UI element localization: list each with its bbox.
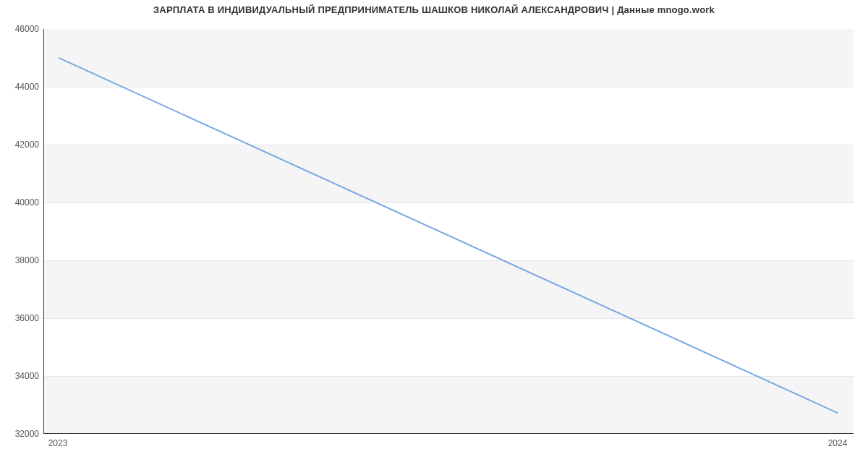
y-tick-label: 42000 [3, 140, 39, 150]
y-tick-label: 46000 [3, 24, 39, 34]
chart-title: ЗАРПЛАТА В ИНДИВИДУАЛЬНЫЙ ПРЕДПРИНИМАТЕЛ… [0, 4, 868, 15]
y-tick-label: 36000 [3, 313, 39, 323]
y-tick-label: 40000 [3, 197, 39, 208]
line-layer [44, 29, 854, 433]
y-tick-label: 44000 [3, 82, 39, 92]
x-tick-label: 2024 [828, 438, 848, 448]
y-tick-label: 38000 [3, 255, 39, 265]
plot-area [43, 29, 854, 434]
y-tick-label: 32000 [3, 429, 39, 439]
x-tick-label: 2023 [48, 438, 68, 448]
y-tick-label: 34000 [3, 371, 39, 381]
chart-container: ЗАРПЛАТА В ИНДИВИДУАЛЬНЫЙ ПРЕДПРИНИМАТЕЛ… [0, 0, 868, 470]
series-line [59, 58, 838, 413]
